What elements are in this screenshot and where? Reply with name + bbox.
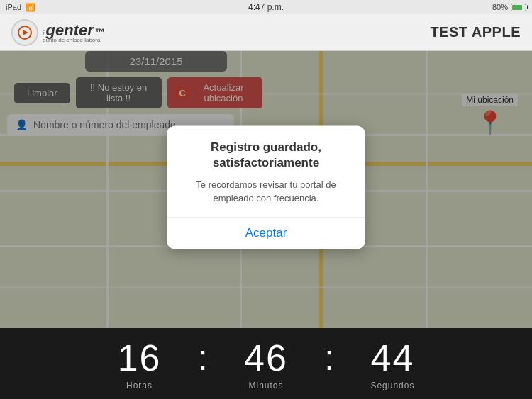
colon-2: : [323, 336, 336, 378]
colon-1: : [196, 336, 209, 378]
seconds-segment: 44 Segundos [336, 337, 449, 390]
logo-circle [11, 19, 38, 46]
battery-icon [511, 4, 526, 11]
clock-bar: 16 Horas : 46 Minutos : 44 Segundos [0, 328, 532, 399]
dialog-title: Registro guardado, satisfactoriamente [181, 140, 351, 171]
seconds-label: Segundos [370, 381, 414, 390]
minutes-value: 46 [244, 337, 288, 379]
status-bar: iPad 📶 4:47 p.m. 80% [0, 0, 532, 14]
battery-percent: 80% [492, 3, 508, 11]
app-title: TEST APPLE [430, 24, 521, 40]
svg-marker-1 [23, 30, 28, 35]
logo-area: i genter ™ punto de enlace laboral [11, 19, 105, 46]
device-label: iPad [6, 3, 21, 11]
minutes-segment: 46 Minutos [209, 337, 323, 390]
aceptar-button[interactable]: Aceptar [181, 218, 351, 249]
dialog-body: Te recordamos revisar tu portal de emple… [181, 178, 351, 206]
success-dialog: Registro guardado, satisfactoriamente Te… [167, 125, 365, 249]
logo-subtitle: punto de enlace laboral [43, 37, 105, 43]
header: i genter ™ punto de enlace laboral TEST … [0, 14, 532, 51]
minutes-label: Minutos [248, 381, 283, 390]
status-time: 4:47 p.m. [248, 2, 284, 12]
hours-label: Horas [126, 381, 153, 390]
hours-segment: 16 Horas [83, 337, 196, 390]
seconds-value: 44 [371, 337, 415, 379]
hours-value: 16 [118, 337, 162, 379]
wifi-icon: 📶 [26, 3, 35, 12]
